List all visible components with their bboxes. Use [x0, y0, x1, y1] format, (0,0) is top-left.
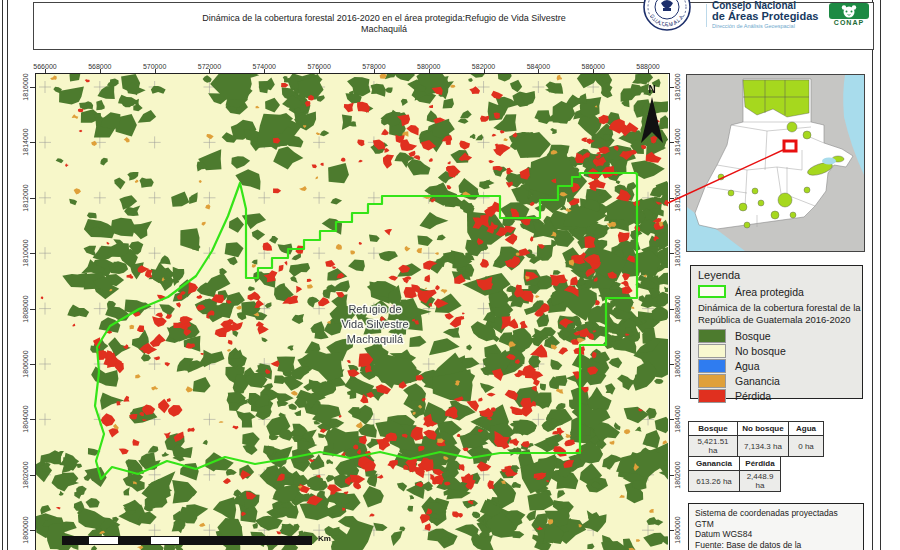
legend-swatch — [698, 389, 726, 403]
y-axis-label-left: 1816000 — [22, 73, 29, 100]
y-axis-label-right: 1812000 — [674, 184, 681, 211]
legend-item: Agua — [698, 358, 862, 373]
outer-frame-right-1 — [872, 0, 873, 550]
logo-divider — [706, 4, 707, 27]
y-axis-label-left: 1814000 — [22, 129, 29, 156]
change-table: GananciaPérdida613.26 ha2,448.9 ha — [688, 456, 781, 492]
legend-label: No bosque — [735, 345, 786, 357]
table-header: Pérdida — [740, 457, 781, 471]
metadata-line: Fuente: Base de datos de la — [695, 540, 863, 550]
legend-protected-area: Área protegida — [698, 284, 862, 299]
metadata-line: Sistema de coordenadas proyectadas — [695, 508, 863, 519]
legend-swatch — [698, 359, 726, 373]
legend-label: Pérdida — [735, 390, 771, 402]
legend-label: Ganancia — [735, 375, 780, 387]
lake-izabal — [822, 158, 836, 165]
y-axis-label-left: 1808000 — [22, 295, 29, 322]
y-axis-label-right: 1804000 — [674, 406, 681, 433]
guatemala-seal-icon: GUATEMALA — [634, 0, 700, 33]
legend-swatch — [698, 329, 726, 343]
table-value: 0 ha — [789, 436, 824, 457]
outer-frame-left-2 — [7, 0, 8, 550]
map-title-line1: Dinámica de la cobertura forestal 2016-2… — [94, 13, 674, 24]
legend-swatch — [698, 344, 726, 358]
y-axis-label-left: 1802000 — [22, 461, 29, 488]
protected-area-swatch — [698, 285, 726, 298]
header: Dinámica de la cobertura forestal 2016-2… — [33, 2, 874, 50]
table-header: Bosque — [689, 422, 738, 436]
cover-table: BosqueNo bosqueAgua5,421.51 ha7,134.3 ha… — [688, 421, 824, 457]
table-value: 2,448.9 ha — [740, 471, 781, 492]
y-axis-label-right: 1810000 — [674, 240, 681, 267]
y-axis-label-left: 1800000 — [22, 517, 29, 544]
y-axis-label-right: 1814000 — [674, 129, 681, 156]
legend-title: Leyenda — [698, 269, 862, 281]
legend-subtitle: Dinámica de la cobertura forestal de la … — [698, 302, 862, 326]
legend-item: Ganancia — [698, 373, 862, 388]
metadata-line: Datum WGS84 — [695, 529, 863, 540]
legend-items: BosqueNo bosqueAguaGananciaPérdida — [698, 328, 862, 403]
org-subtitle: Dirección de Análisis Geoespacial — [712, 23, 795, 29]
table-header: Agua — [789, 422, 824, 436]
protected-area-label: Área protegida — [735, 286, 804, 298]
legend-label: Bosque — [735, 330, 771, 342]
y-axis-label-left: 1812000 — [22, 184, 29, 211]
y-axis-label-right: 1802000 — [674, 461, 681, 488]
outer-frame-right-2 — [880, 0, 881, 550]
y-axis-label-right: 1816000 — [674, 73, 681, 100]
y-axis-label-right: 1806000 — [674, 350, 681, 377]
y-axis-label-left: 1810000 — [22, 240, 29, 267]
legend-item: Bosque — [698, 328, 862, 343]
table-value: 7,134.3 ha — [738, 436, 789, 457]
scale-bar-unit: Km — [318, 534, 331, 543]
outer-frame-left-1 — [2, 0, 3, 550]
legend-item: No bosque — [698, 343, 862, 358]
legend-label: Agua — [735, 360, 760, 372]
table-value: 613.26 ha — [689, 471, 740, 492]
table-value: 5,421.51 ha — [689, 436, 738, 457]
map-title: Dinámica de la cobertura forestal 2016-2… — [94, 13, 674, 35]
guatemala-locator-map — [686, 74, 865, 252]
org-name-line2: de Áreas Protegidas — [712, 10, 818, 22]
table-header: No bosque — [738, 422, 789, 436]
legend-item: Pérdida — [698, 388, 862, 403]
conap-logo-icon — [829, 3, 869, 19]
map-frame-border — [35, 73, 670, 550]
legend: Leyenda Área protegida Dinámica de la co… — [690, 265, 863, 399]
legend-swatch — [698, 374, 726, 388]
map-document: Dinámica de la cobertura forestal 2016-2… — [0, 0, 900, 550]
metadata-line: GTM — [695, 519, 863, 530]
y-axis-label-left: 1806000 — [22, 350, 29, 377]
table-header: Ganancia — [689, 457, 740, 471]
y-axis-label-right: 1808000 — [674, 295, 681, 322]
y-axis-label-right: 1800000 — [674, 517, 681, 544]
map-title-line2: Machaquilá — [94, 24, 674, 35]
y-axis-label-left: 1804000 — [22, 406, 29, 433]
metadata-box: Sistema de coordenadas proyectadasGTMDat… — [688, 503, 864, 550]
conap-label: CONAP — [826, 19, 872, 26]
scale-bar — [62, 536, 312, 545]
